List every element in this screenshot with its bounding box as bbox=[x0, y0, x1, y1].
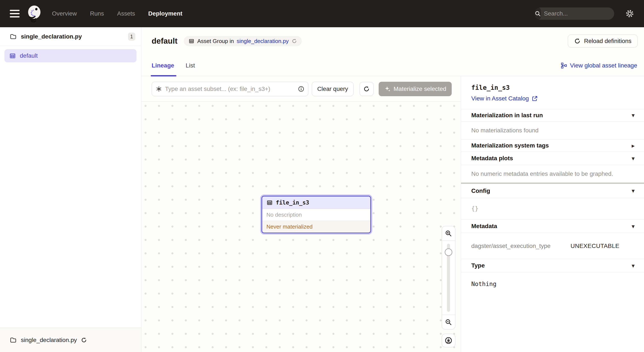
asset-detail-panel: file_in_s3 View in Asset Catalog Materia… bbox=[461, 76, 644, 352]
asset-group-pill: Asset Group in single_declaration.py bbox=[184, 36, 302, 46]
asset-node-file-in-s3[interactable]: file_in_s3 No description Never material… bbox=[262, 196, 371, 233]
search-input[interactable] bbox=[541, 10, 614, 17]
lineage-toolbar: Clear query Materialize selected bbox=[142, 76, 461, 102]
sidebar-repo-row[interactable]: single_declaration.py 1 bbox=[0, 27, 141, 46]
sidebar-group-label: default bbox=[20, 52, 38, 59]
nav-overview[interactable]: Overview bbox=[52, 10, 77, 17]
folder-icon bbox=[10, 337, 16, 344]
download-center-icon bbox=[444, 337, 452, 345]
page-header: default Asset Group in single_declaratio… bbox=[142, 27, 644, 55]
view-in-asset-catalog-label: View in Asset Catalog bbox=[471, 95, 529, 102]
section-type-content: Nothing bbox=[461, 272, 644, 296]
section-metadata-plots-content: No numeric metadata entries available to… bbox=[461, 165, 644, 183]
node-description: No description bbox=[262, 209, 370, 221]
lineage-canvas[interactable]: file_in_s3 No description Never material… bbox=[142, 102, 461, 352]
section-metadata-plots[interactable]: Metadata plots ▾ bbox=[461, 152, 644, 165]
reload-definitions-button[interactable]: Reload definitions bbox=[568, 34, 638, 48]
section-title: Config bbox=[471, 188, 490, 194]
asset-subset-input[interactable] bbox=[165, 85, 295, 92]
section-title: Metadata bbox=[471, 223, 497, 230]
no-materializations-text: No materializations found bbox=[471, 127, 538, 134]
sidebar-repo-name: single_declaration.py bbox=[21, 33, 82, 40]
section-title: Type bbox=[471, 262, 485, 269]
no-numeric-metadata-text: No numeric metadata entries available to… bbox=[471, 170, 613, 177]
chevron-right-icon[interactable]: ▸ bbox=[632, 142, 635, 149]
reload-repo-icon[interactable] bbox=[292, 38, 297, 44]
page-title: default bbox=[152, 37, 178, 45]
refresh-icon bbox=[363, 85, 370, 92]
search-icon bbox=[534, 7, 541, 20]
section-materialization-last-run-content: No materializations found bbox=[461, 121, 644, 139]
section-type[interactable]: Type ▾ bbox=[461, 259, 644, 272]
zoom-in-button[interactable] bbox=[442, 226, 455, 241]
zoom-slider-thumb[interactable] bbox=[445, 248, 452, 256]
recenter-view-button[interactable] bbox=[442, 334, 455, 347]
op-selector-icon bbox=[156, 86, 162, 92]
folder-icon bbox=[10, 33, 16, 40]
node-title: file_in_s3 bbox=[276, 199, 309, 206]
sidebar-item-default-group[interactable]: default bbox=[4, 49, 136, 62]
nav-runs[interactable]: Runs bbox=[90, 10, 104, 17]
panel-asset-title: file_in_s3 bbox=[471, 84, 634, 91]
external-link-icon bbox=[532, 95, 538, 101]
asset-subset-query[interactable] bbox=[152, 82, 308, 96]
clear-query-button[interactable]: Clear query bbox=[312, 82, 354, 96]
tab-lineage[interactable]: Lineage bbox=[152, 55, 174, 76]
config-empty-braces: {} bbox=[471, 205, 478, 212]
zoom-out-button[interactable] bbox=[442, 315, 455, 329]
main-content: default Asset Group in single_declaratio… bbox=[142, 27, 644, 352]
sidebar-footer-repo-name: single_declaration.py bbox=[21, 337, 77, 344]
tab-row: Lineage List View global asset lineage bbox=[142, 55, 644, 76]
view-global-asset-lineage-label: View global asset lineage bbox=[570, 62, 637, 69]
asset-table-icon bbox=[266, 199, 273, 206]
repo-asset-count-badge: 1 bbox=[128, 32, 135, 41]
asset-group-pill-repo-link[interactable]: single_declaration.py bbox=[236, 38, 288, 44]
section-materialization-system-tags[interactable]: Materialization system tags ▸ bbox=[461, 139, 644, 152]
info-icon[interactable] bbox=[298, 86, 304, 92]
zoom-out-icon bbox=[445, 319, 452, 326]
section-materialization-last-run[interactable]: Materialization in last run ▾ bbox=[461, 109, 644, 121]
refresh-icon bbox=[574, 38, 581, 44]
materialize-selected-button[interactable]: Materialize selected bbox=[379, 82, 452, 96]
asset-group-icon bbox=[188, 38, 194, 44]
reload-definitions-label: Reload definitions bbox=[584, 38, 632, 44]
zoom-controls bbox=[442, 226, 455, 330]
section-title: Materialization system tags bbox=[471, 142, 549, 149]
refresh-query-button[interactable] bbox=[360, 82, 374, 96]
metadata-value: UNEXECUTABLE bbox=[570, 243, 620, 249]
lineage-graph-icon bbox=[561, 62, 567, 69]
metadata-key: dagster/asset_execution_type bbox=[471, 243, 570, 249]
section-metadata-content: dagster/asset_execution_type UNEXECUTABL… bbox=[461, 233, 644, 259]
view-global-asset-lineage-link[interactable]: View global asset lineage bbox=[561, 62, 637, 69]
asset-group-icon bbox=[9, 52, 16, 59]
sidebar-footer-repo[interactable]: single_declaration.py bbox=[0, 328, 141, 352]
main-nav: Overview Runs Assets Deployment bbox=[52, 10, 182, 17]
zoom-in-icon bbox=[445, 230, 452, 237]
top-navigation: Overview Runs Assets Deployment / bbox=[0, 0, 644, 27]
chevron-down-icon[interactable]: ▾ bbox=[632, 187, 635, 194]
settings-gear-icon[interactable] bbox=[625, 9, 634, 18]
nav-deployment[interactable]: Deployment bbox=[148, 10, 182, 17]
global-search[interactable]: / bbox=[534, 7, 614, 20]
section-config-content: {} bbox=[461, 198, 644, 219]
materialize-selected-label: Materialize selected bbox=[394, 85, 446, 92]
sparkle-icon bbox=[384, 86, 390, 92]
reload-repo-icon[interactable] bbox=[81, 337, 87, 343]
metadata-row: dagster/asset_execution_type UNEXECUTABL… bbox=[471, 243, 634, 249]
section-config[interactable]: Config ▾ bbox=[461, 184, 644, 198]
dagster-logo-icon[interactable] bbox=[26, 5, 42, 22]
node-status-never-materialized: Never materialized bbox=[262, 221, 370, 233]
nav-assets[interactable]: Assets bbox=[117, 10, 135, 17]
type-value: Nothing bbox=[471, 281, 496, 288]
chevron-down-icon[interactable]: ▾ bbox=[632, 112, 635, 119]
view-in-asset-catalog-link[interactable]: View in Asset Catalog bbox=[471, 95, 538, 102]
section-metadata[interactable]: Metadata ▾ bbox=[461, 219, 644, 233]
chevron-down-icon[interactable]: ▾ bbox=[632, 155, 635, 162]
tab-list[interactable]: List bbox=[186, 55, 195, 76]
asset-group-pill-text: Asset Group in bbox=[197, 38, 234, 44]
chevron-down-icon[interactable]: ▾ bbox=[632, 262, 635, 269]
asset-sidebar: single_declaration.py 1 default single_d… bbox=[0, 27, 142, 352]
section-title: Metadata plots bbox=[471, 155, 513, 162]
chevron-down-icon[interactable]: ▾ bbox=[632, 223, 635, 230]
hamburger-menu-icon[interactable] bbox=[10, 10, 20, 17]
